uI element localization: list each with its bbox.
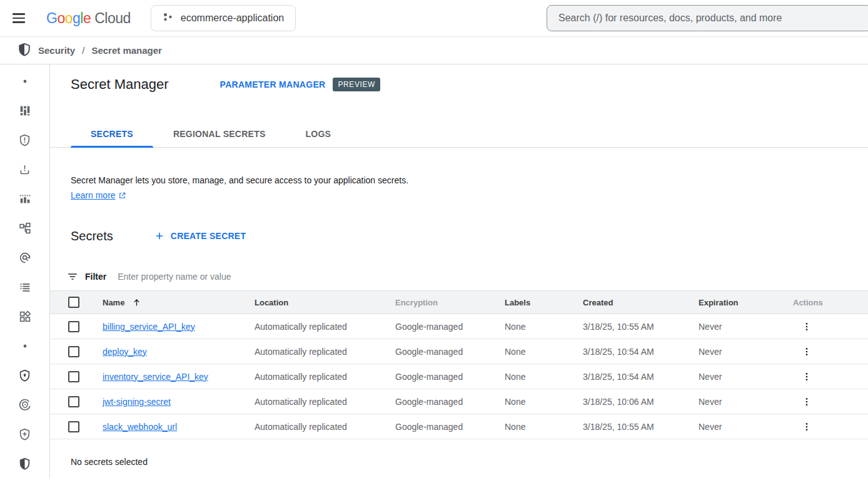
filter-input[interactable] [118, 272, 380, 282]
column-header-name[interactable]: Name [103, 298, 255, 307]
cell-labels: None [505, 322, 583, 332]
nav-dot-item[interactable] [0, 331, 49, 360]
cell-location: Automatically replicated [255, 322, 395, 332]
cell-expiration: Never [699, 422, 789, 432]
cell-expiration: Never [699, 372, 789, 382]
search-input[interactable] [558, 13, 860, 24]
row-actions-menu-icon[interactable] [798, 368, 815, 386]
row-checkbox[interactable] [68, 346, 79, 357]
row-checkbox[interactable] [68, 371, 79, 382]
breadcrumb-separator: / [82, 45, 84, 56]
table-row: inventory_service_API_key Automatically … [50, 364, 868, 389]
filter-icon [67, 271, 78, 282]
row-actions-menu-icon[interactable] [798, 418, 815, 436]
secret-name-link[interactable]: inventory_service_API_key [103, 372, 208, 382]
bar-chart-icon[interactable] [0, 184, 49, 213]
row-actions-menu-icon[interactable] [798, 343, 815, 360]
cell-encryption: Google-managed [395, 422, 505, 432]
parameter-manager-link[interactable]: PARAMETER MANAGER [220, 79, 326, 89]
cell-location: Automatically replicated [255, 372, 395, 382]
cell-created: 3/18/25, 10:55 AM [583, 322, 699, 332]
cell-encryption: Google-managed [395, 372, 505, 382]
logo-letter: g [73, 10, 80, 27]
tab-logs[interactable]: LOGS [286, 121, 351, 147]
select-all-checkbox[interactable] [68, 297, 79, 308]
filter-bar[interactable]: Filter [50, 262, 868, 290]
shield-half-icon[interactable] [0, 449, 49, 478]
cell-created: 3/18/25, 10:54 AM [583, 372, 699, 382]
breadcrumb-security[interactable]: Security [38, 45, 75, 56]
column-header-actions: Actions [789, 298, 868, 307]
learn-more-label: Learn more [71, 190, 116, 200]
filter-label: Filter [85, 272, 106, 282]
import-alert-icon[interactable] [0, 155, 49, 184]
secret-name-link[interactable]: billing_service_API_key [103, 322, 195, 332]
breadcrumb: Security / Secret manager [0, 36, 868, 64]
secret-name-link[interactable]: slack_webhook_url [103, 422, 177, 432]
cell-location: Automatically replicated [255, 347, 395, 357]
logo-letter: e [83, 10, 91, 27]
column-header-created: Created [583, 298, 699, 307]
hierarchy-icon[interactable] [0, 213, 49, 243]
row-actions-menu-icon[interactable] [798, 318, 815, 335]
nav-dot-item[interactable] [0, 66, 49, 96]
cell-labels: None [505, 372, 583, 382]
cell-labels: None [505, 347, 583, 357]
logo-letter: o [57, 10, 64, 27]
cell-encryption: Google-managed [395, 347, 505, 357]
logo-letter: o [65, 10, 73, 27]
project-icon [163, 12, 173, 25]
row-actions-menu-icon[interactable] [798, 393, 815, 411]
secrets-section-heading: Secrets [71, 229, 113, 243]
table-header: Name Location Encryption Labels Created … [50, 290, 868, 314]
selection-status: No secrets selected [71, 457, 868, 467]
risk-overview-icon[interactable] [0, 96, 49, 125]
shield-alert-icon[interactable] [0, 125, 49, 155]
external-link-icon [118, 191, 126, 200]
apps-grid-icon[interactable] [0, 302, 49, 331]
preview-badge: PREVIEW [333, 78, 380, 91]
shield-plus-icon[interactable] [0, 419, 49, 449]
secrets-table: Filter Name Location Encryption Labels C… [50, 262, 868, 439]
sort-ascending-icon [132, 298, 141, 307]
google-cloud-logo[interactable]: GoogleCloud [46, 10, 131, 27]
cell-labels: None [505, 422, 583, 432]
global-search[interactable] [547, 5, 868, 31]
logo-cloud-text: Cloud [94, 10, 131, 27]
tab-regional-secrets[interactable]: REGIONAL SECRETS [153, 121, 286, 147]
compliance-shield-icon[interactable] [0, 390, 49, 419]
cell-encryption: Google-managed [395, 322, 505, 332]
logo-letter: G [46, 10, 57, 27]
page-description: Secret Manager lets you store, manage, a… [71, 174, 868, 186]
tab-bar: SECRETS REGIONAL SECRETS LOGS [50, 121, 868, 148]
table-row: jwt-signing-secret Automatically replica… [50, 389, 868, 414]
row-checkbox[interactable] [68, 396, 79, 407]
detailed-list-icon[interactable] [0, 272, 49, 302]
main-content: Secret Manager PARAMETER MANAGER PREVIEW… [50, 64, 868, 479]
menu-icon[interactable] [13, 9, 30, 27]
row-checkbox[interactable] [68, 421, 79, 432]
row-checkbox[interactable] [68, 321, 79, 332]
cell-expiration: Never [699, 347, 789, 357]
secret-name-link[interactable]: deploy_key [103, 347, 147, 357]
cell-created: 3/18/25, 10:06 AM [583, 397, 699, 407]
project-selector[interactable]: ecommerce-application [151, 5, 296, 31]
column-header-encryption: Encryption [395, 298, 505, 307]
learn-more-link[interactable]: Learn more [71, 190, 126, 200]
shield-keyhole-icon[interactable] [0, 360, 49, 390]
scan-search-icon[interactable] [0, 243, 49, 272]
cell-location: Automatically replicated [255, 397, 395, 407]
security-shield-icon [18, 42, 31, 59]
table-row: billing_service_API_key Automatically re… [50, 314, 868, 339]
cell-location: Automatically replicated [255, 422, 395, 432]
plus-icon [154, 231, 164, 241]
column-header-labels: Labels [505, 298, 583, 307]
column-header-expiration: Expiration [699, 298, 789, 307]
cell-created: 3/18/25, 10:54 AM [583, 347, 699, 357]
tab-secrets[interactable]: SECRETS [71, 121, 153, 147]
cell-labels: None [505, 397, 583, 407]
cell-expiration: Never [699, 397, 789, 407]
table-row: slack_webhook_url Automatically replicat… [50, 414, 868, 439]
secret-name-link[interactable]: jwt-signing-secret [103, 397, 171, 407]
create-secret-button[interactable]: CREATE SECRET [154, 231, 246, 241]
